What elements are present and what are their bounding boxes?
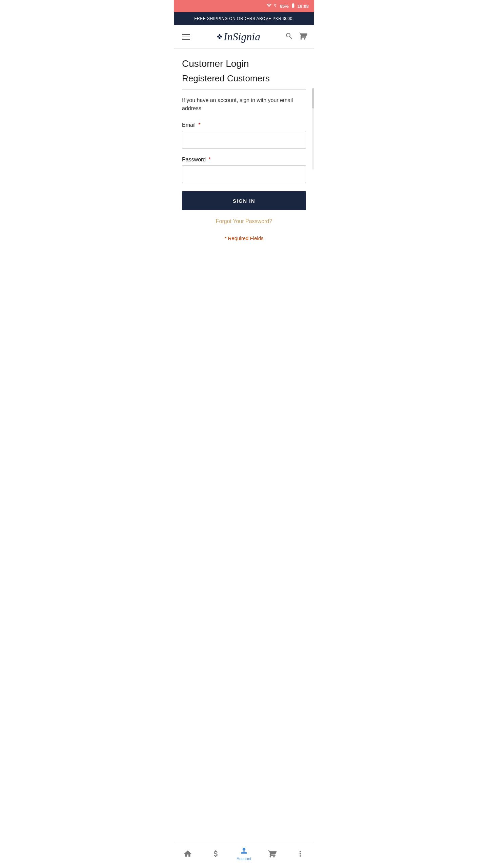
battery-level: 65% bbox=[280, 4, 289, 9]
main-content: Customer Login Registered Customers If y… bbox=[174, 49, 314, 264]
status-icons: 65% 19:08 bbox=[266, 3, 309, 9]
forgot-password-link[interactable]: Forgot Your Password? bbox=[182, 218, 306, 224]
logo-diamond-icon: ❖ bbox=[216, 33, 223, 41]
signal-icon bbox=[273, 3, 278, 9]
email-group: Email * bbox=[182, 122, 306, 149]
cart-button[interactable] bbox=[299, 32, 307, 42]
header: ❖ InSignia bbox=[174, 25, 314, 49]
time-display: 19:08 bbox=[298, 4, 309, 9]
section-title: Registered Customers bbox=[182, 73, 306, 84]
scrollbar-thumb[interactable] bbox=[312, 88, 314, 108]
logo-text: InSignia bbox=[224, 31, 260, 43]
header-actions bbox=[285, 32, 307, 42]
email-input[interactable] bbox=[182, 131, 306, 149]
email-required-star: * bbox=[198, 122, 200, 128]
battery-icon bbox=[290, 3, 296, 9]
search-button[interactable] bbox=[285, 32, 293, 42]
page-title: Customer Login bbox=[182, 58, 306, 69]
login-form: Email * Password * SIGN IN bbox=[182, 122, 306, 218]
scrollbar[interactable] bbox=[312, 88, 314, 170]
promo-banner: FREE SHIPPING ON ORDERS ABOVE PKR 3000. bbox=[174, 12, 314, 25]
password-required-star: * bbox=[209, 157, 211, 162]
subtitle-text: If you have an account, sign in with you… bbox=[182, 96, 306, 113]
password-label: Password * bbox=[182, 157, 306, 163]
password-group: Password * bbox=[182, 157, 306, 183]
sign-in-button[interactable]: SIGN IN bbox=[182, 191, 306, 210]
required-fields-note: * Required Fields bbox=[182, 235, 306, 241]
section-divider bbox=[182, 89, 306, 90]
email-label: Email * bbox=[182, 122, 306, 128]
status-bar: 65% 19:08 bbox=[174, 0, 314, 12]
password-input[interactable] bbox=[182, 165, 306, 183]
menu-button[interactable] bbox=[181, 33, 191, 41]
wifi-icon bbox=[266, 3, 272, 9]
logo-area[interactable]: ❖ InSignia bbox=[191, 31, 285, 43]
